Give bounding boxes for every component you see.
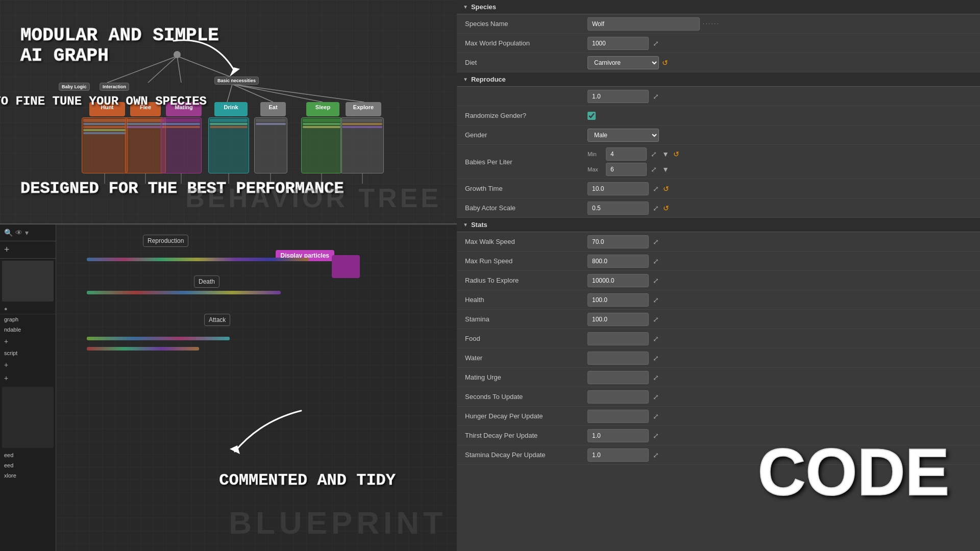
input-max-walk-speed[interactable] [587,235,649,248]
sidebar-item-ndable: ndable [0,324,56,335]
input-species-name[interactable] [587,17,700,31]
right-panel[interactable]: ▼ Species Species Name · · · · · · Max W… [457,0,980,551]
label-species-name: Species Name [465,20,587,28]
value-gender[interactable]: Male Female [587,129,972,142]
input-min-babies[interactable] [606,147,647,161]
input-radius-explore[interactable] [587,274,649,287]
value-hunger-decay[interactable]: ⤢ [587,410,972,423]
input-max-run-speed[interactable] [587,255,649,268]
label-thirst-decay: Thirst Decay Per Update [465,432,587,439]
prop-row-gender: Gender Male Female [457,126,980,145]
btn-baby-scale-expand[interactable]: ⤢ [652,203,660,213]
reset-diet[interactable]: ↺ [662,59,668,67]
btn-growth-time-expand[interactable]: ⤢ [652,184,660,194]
btn-stamina-expand[interactable]: ⤢ [652,314,660,324]
btn-walk-speed-expand[interactable]: ⤢ [652,237,660,247]
text-commented-and-tidy: COMMENTED AND TIDY [219,471,396,490]
value-seconds-update[interactable]: ⤢ [587,390,972,404]
prop-row-species-name: Species Name · · · · · · [457,14,980,34]
value-mating-urge[interactable]: ⤢ [587,371,972,384]
input-stamina-decay[interactable] [587,448,649,462]
btn-max-expand[interactable]: ⤢ [650,164,658,174]
box-eat [254,117,287,173]
prop-row-diet: Diet Carnivore Herbivore Omnivore ↺ [457,53,980,72]
label-stamina-decay: Stamina Decay Per Update [465,451,587,459]
input-stamina[interactable] [587,313,649,326]
input-mating-urge[interactable] [587,371,649,384]
label-stamina: Stamina [465,315,587,323]
max-label: Max [587,166,603,172]
reset-growth-time[interactable]: ↺ [663,185,669,193]
value-stamina-decay[interactable]: ⤢ [587,448,972,462]
reset-min-babies[interactable]: ↺ [673,150,679,158]
label-babies-per-liter: Babies Per Liter [465,158,587,166]
label-max-walk-speed: Max Walk Speed [465,238,587,245]
btn-mating-urge-expand[interactable]: ⤢ [652,372,660,383]
sidebar-item-script: script [0,348,56,358]
value-species-name[interactable]: · · · · · · [587,17,972,31]
box-flee [125,117,166,173]
input-seconds-update[interactable] [587,390,649,404]
value-baby-actor-scale[interactable]: ⤢ ↺ [587,202,972,215]
value-diet[interactable]: Carnivore Herbivore Omnivore ↺ [587,56,972,69]
label-max-world-pop: Max World Population [465,39,587,47]
comment-attack: Attack [204,314,230,326]
btn-min-dropdown[interactable]: ▼ [661,149,670,159]
value-randomize-gender[interactable] [587,112,972,120]
value-radius-explore[interactable]: ⤢ [587,274,972,287]
checkbox-randomize-gender[interactable] [587,112,596,120]
input-water[interactable] [587,352,649,365]
value-reproduce-val[interactable]: ⤢ [587,90,972,103]
box-hunt [82,117,128,173]
input-hunger-decay[interactable] [587,410,649,423]
label-gender: Gender [465,131,587,139]
section-arrow-stats: ▼ [463,222,468,228]
prop-row-seconds-update: Seconds To Update ⤢ [457,387,980,407]
value-growth-time[interactable]: ⤢ ↺ [587,182,972,195]
value-max-walk-speed[interactable]: ⤢ [587,235,972,248]
btn-food-expand[interactable]: ⤢ [652,334,660,344]
svg-line-7 [232,84,364,102]
btn-stamina-decay-expand[interactable]: ⤢ [652,450,660,460]
input-thirst-decay[interactable] [587,429,649,442]
btn-max-dropdown[interactable]: ▼ [661,164,670,174]
value-health[interactable]: ⤢ [587,293,972,307]
value-max-world-pop[interactable]: ⤢ [587,37,972,50]
btn-max-world-pop-expand[interactable]: ⤢ [652,38,660,48]
value-max-run-speed[interactable]: ⤢ [587,255,972,268]
input-max-world-pop[interactable] [587,37,649,50]
section-arrow-reproduce: ▼ [463,77,468,82]
svg-line-4 [227,84,232,102]
label-growth-time: Growth Time [465,185,587,192]
value-water[interactable]: ⤢ [587,352,972,365]
node-interaction: Interaction [100,83,129,91]
btn-run-speed-expand[interactable]: ⤢ [652,256,660,266]
btn-thirst-decay-expand[interactable]: ⤢ [652,431,660,441]
value-food[interactable]: ⤢ [587,332,972,345]
svg-line-6 [232,84,323,102]
value-babies-per-liter[interactable]: Min ⤢ ▼ ↺ Max ⤢ ▼ [587,147,972,176]
input-food[interactable] [587,332,649,345]
btn-health-expand[interactable]: ⤢ [652,295,660,305]
box-explore [340,117,384,173]
btn-water-expand[interactable]: ⤢ [652,353,660,363]
btn-seconds-update-expand[interactable]: ⤢ [652,392,660,402]
reset-baby-scale[interactable]: ↺ [663,204,669,212]
btn-reproduce-expand[interactable]: ⤢ [652,91,660,102]
btn-radius-expand[interactable]: ⤢ [652,276,660,286]
btn-min-expand[interactable]: ⤢ [650,149,658,159]
input-baby-actor-scale[interactable] [587,202,649,215]
value-thirst-decay[interactable]: ⤢ [587,429,972,442]
input-health[interactable] [587,293,649,307]
select-gender[interactable]: Male Female [587,129,659,142]
purple-node-box [332,255,360,278]
input-growth-time[interactable] [587,182,649,195]
input-max-babies[interactable] [606,163,647,176]
value-stamina[interactable]: ⤢ [587,313,972,326]
select-diet[interactable]: Carnivore Herbivore Omnivore [587,56,659,69]
input-reproduce-val[interactable] [587,90,649,103]
label-mating-urge: Mating Urge [465,373,587,381]
arrow-commented [219,400,322,462]
box-mating [161,117,202,173]
btn-hunger-decay-expand[interactable]: ⤢ [652,411,660,421]
